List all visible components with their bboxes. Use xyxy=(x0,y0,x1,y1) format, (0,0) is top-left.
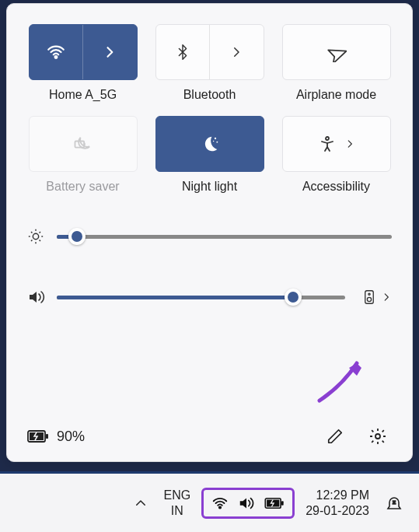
svg-rect-28 xyxy=(281,501,284,505)
volume-slider[interactable] xyxy=(57,296,345,299)
svg-line-14 xyxy=(31,240,32,241)
svg-line-15 xyxy=(40,232,40,233)
lang-bot: IN xyxy=(163,503,190,518)
settings-button[interactable] xyxy=(364,422,392,450)
tiles-grid: Home A_5G Bluetooth xyxy=(27,24,392,194)
svg-point-18 xyxy=(368,293,370,295)
wifi-more[interactable] xyxy=(83,25,137,79)
bluetooth-toggle[interactable] xyxy=(156,25,210,79)
battery-status[interactable]: 90% xyxy=(27,429,85,445)
tile-night-light-label: Night light xyxy=(182,180,237,194)
tray-overflow-button[interactable] xyxy=(129,492,152,515)
wifi-toggle[interactable] xyxy=(30,25,83,79)
svg-rect-22 xyxy=(46,434,48,439)
clock-time: 12:29 PM xyxy=(306,488,369,503)
battery-saver-icon xyxy=(72,133,94,155)
tile-wifi-label: Home A_5G xyxy=(49,88,117,102)
night-light-icon xyxy=(199,133,221,155)
airplane-icon xyxy=(326,42,347,62)
tile-bluetooth-label: Bluetooth xyxy=(183,88,236,102)
annotation-arrow xyxy=(312,354,374,408)
svg-line-13 xyxy=(40,240,40,241)
svg-marker-16 xyxy=(30,292,37,303)
battery-charging-icon xyxy=(264,496,285,510)
panel-footer: 90% xyxy=(27,422,392,450)
brightness-slider[interactable] xyxy=(57,235,392,239)
speaker-device-icon xyxy=(362,289,376,306)
clock[interactable]: 12:29 PM 29-01-2023 xyxy=(306,488,369,519)
taskbar: ENG IN 12:29 PM 29-01-2023 z xyxy=(0,471,419,532)
svg-point-24 xyxy=(375,434,380,439)
tile-wifi-wrap: Home A_5G xyxy=(27,24,138,102)
svg-point-7 xyxy=(33,233,38,239)
chevron-right-icon xyxy=(229,45,243,59)
chevron-right-icon[interactable] xyxy=(381,292,392,303)
svg-text:z: z xyxy=(393,499,396,506)
language-indicator[interactable]: ENG IN xyxy=(163,488,190,517)
lang-top: ENG xyxy=(163,488,190,502)
bluetooth-icon xyxy=(174,44,191,61)
svg-point-19 xyxy=(367,297,371,301)
tile-battery-saver-label: Battery saver xyxy=(46,180,119,194)
gear-icon xyxy=(368,427,387,446)
chevron-right-icon xyxy=(344,138,355,149)
wifi-icon xyxy=(211,495,229,512)
notifications-button[interactable]: z xyxy=(380,489,408,517)
output-device-button[interactable] xyxy=(361,287,378,307)
volume-icon xyxy=(27,288,46,306)
tile-accessibility-wrap: Accessibility xyxy=(281,116,392,194)
accessibility-icon xyxy=(318,135,337,153)
svg-point-6 xyxy=(326,137,329,140)
tile-airplane[interactable] xyxy=(282,24,391,80)
tile-airplane-wrap: Airplane mode xyxy=(281,24,392,102)
clock-date: 29-01-2023 xyxy=(306,503,369,519)
notification-dnd-icon: z xyxy=(385,494,403,513)
brightness-row xyxy=(27,228,392,245)
battery-percent-text: 90% xyxy=(57,429,85,445)
tile-battery-saver xyxy=(29,116,138,172)
tile-battery-saver-wrap: Battery saver xyxy=(27,116,138,194)
brightness-icon xyxy=(27,228,46,245)
tile-wifi[interactable] xyxy=(29,24,138,80)
tile-night-light[interactable] xyxy=(155,116,264,172)
tile-bluetooth-wrap: Bluetooth xyxy=(154,24,265,102)
chevron-right-icon xyxy=(102,44,117,60)
tile-airplane-label: Airplane mode xyxy=(296,88,376,102)
tile-accessibility-label: Accessibility xyxy=(302,180,370,194)
bluetooth-more[interactable] xyxy=(210,25,264,79)
volume-row xyxy=(27,287,392,307)
svg-point-3 xyxy=(214,138,215,139)
svg-marker-26 xyxy=(240,498,246,508)
wifi-icon xyxy=(46,42,66,62)
quick-settings-panel: Home A_5G Bluetooth xyxy=(6,3,413,462)
tile-night-light-wrap: Night light xyxy=(154,116,265,194)
svg-line-12 xyxy=(31,232,32,233)
pencil-icon xyxy=(326,428,344,445)
svg-point-25 xyxy=(219,506,221,508)
edit-button[interactable] xyxy=(322,423,348,450)
svg-marker-20 xyxy=(349,363,361,376)
tile-accessibility[interactable] xyxy=(282,116,391,172)
volume-icon xyxy=(238,495,255,512)
system-tray-highlighted[interactable] xyxy=(201,488,295,519)
svg-point-0 xyxy=(54,56,57,58)
chevron-up-icon xyxy=(134,496,148,510)
svg-point-5 xyxy=(212,141,213,142)
battery-charging-icon xyxy=(27,429,49,444)
tile-bluetooth[interactable] xyxy=(155,24,264,80)
svg-point-4 xyxy=(216,142,218,143)
